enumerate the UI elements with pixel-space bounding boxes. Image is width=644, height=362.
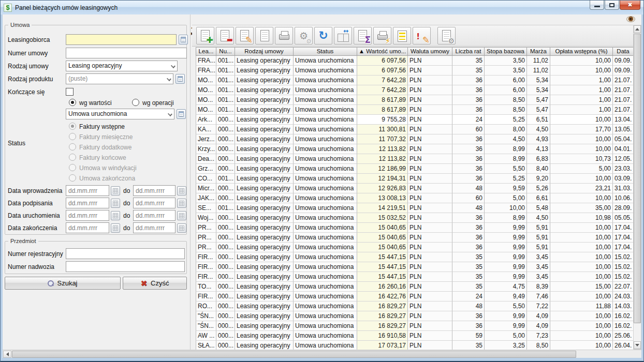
table-row[interactable]: Woj...000...Leasing operacyjnyUmowa uruc… [196, 213, 634, 223]
toolbar-report-settings-button[interactable]: ⚙ [437, 27, 456, 44]
table-row[interactable]: FIR...000...Leasing operacyjnyUmowa uruc… [196, 292, 634, 301]
calendar-icon[interactable] [177, 199, 186, 208]
column-header-10[interactable]: Data [613, 47, 634, 56]
table-row[interactable]: PR...000...Leasing operacyjnyUmowa uruch… [196, 243, 634, 252]
status-option-radio[interactable] [69, 133, 76, 140]
table-row[interactable]: Krzy...000...Leasing operacyjnyUmowa uru… [196, 144, 634, 154]
table-row[interactable]: MO...001...Leasing operacyjnyUmowa uruch… [196, 95, 634, 105]
toolbar-refresh-button[interactable]: ↻ [314, 27, 332, 44]
table-row[interactable]: "ŚN...000...Leasing operacyjnyUmowa uruc… [196, 321, 634, 331]
table-row[interactable]: AW ...000...Leasing operacyjnyUmowa uruc… [196, 331, 634, 341]
column-header-3[interactable]: Status [294, 47, 357, 56]
column-header-9[interactable]: Opłata wstępna (%) [550, 47, 613, 56]
table-row[interactable]: FRA...001...Leasing operacyjnyUmowa uruc… [196, 56, 634, 66]
toolbar-delete-button[interactable]: ▬ [216, 27, 234, 44]
calendar-icon[interactable] [177, 186, 186, 195]
leasingobiorca-input[interactable] [66, 34, 177, 45]
toolbar-edit-button[interactable]: ✎ [236, 27, 254, 44]
leasingobiorca-picker-button[interactable] [179, 35, 188, 44]
calendar-icon[interactable] [111, 186, 120, 195]
toolbar-add-button[interactable]: ✚ [196, 27, 214, 44]
date-to-input[interactable] [133, 185, 175, 196]
numer-nadwozia-input[interactable] [66, 261, 185, 272]
status-option-radio[interactable] [69, 154, 76, 161]
toolbar-preview-button[interactable] [255, 27, 273, 44]
table-row[interactable]: SE...001...Leasing operacyjnyUmowa uruch… [196, 203, 634, 213]
table-row[interactable]: RO...000...Leasing operacyjnyUmowa uruch… [196, 301, 634, 311]
status-option-radio[interactable] [69, 164, 76, 171]
column-header-4[interactable]: ▲ Wartość umo... [357, 47, 408, 56]
eye-icon[interactable] [626, 16, 635, 22]
column-header-8[interactable]: Marża [527, 47, 550, 56]
scroll-left-button[interactable] [3, 351, 11, 358]
column-header-6[interactable]: Liczba rat [452, 47, 485, 56]
table-row[interactable]: JAK...000...Leasing operacyjnyUmowa uruc… [196, 193, 634, 203]
column-header-5[interactable]: Waluta umowy [408, 47, 452, 56]
wg-operacji-radio[interactable] [132, 99, 139, 106]
calendar-icon[interactable] [111, 199, 120, 208]
close-button[interactable]: ✖ [620, 1, 640, 10]
konczace-sie-checkbox[interactable] [66, 88, 74, 96]
date-from-input[interactable] [66, 185, 109, 196]
column-header-2[interactable]: Rodzaj umowy [235, 47, 294, 56]
column-header-7[interactable]: Stopa bazowa [485, 47, 527, 56]
table-row[interactable]: Jerz...000...Leasing operacyjnyUmowa uru… [196, 134, 634, 144]
scroll-down-button[interactable] [634, 341, 641, 349]
calendar-icon[interactable] [111, 223, 120, 233]
table-row[interactable]: Grz...000...Leasing operacyjnyUmowa uruc… [196, 164, 634, 174]
title-bar[interactable]: $ Panel bieżących umów leasingowych ✖ [1, 1, 643, 14]
calendar-icon[interactable] [111, 211, 120, 220]
date-from-input[interactable] [66, 222, 109, 233]
date-from-input[interactable] [66, 210, 109, 221]
czysc-button[interactable]: ✖ Czyść [123, 277, 187, 290]
date-from-input[interactable] [66, 198, 109, 208]
table-row[interactable]: Dea...000...Leasing operacyjnyUmowa uruc… [196, 154, 634, 164]
numer-umowy-input[interactable] [66, 48, 187, 58]
szukaj-button[interactable]: Szukaj [5, 277, 121, 290]
table-row[interactable]: KA...000...Leasing operacyjnyUmowa uruch… [196, 125, 634, 134]
status-option-radio[interactable] [69, 174, 76, 182]
column-header-1[interactable]: Nu... [216, 47, 235, 56]
table-row[interactable]: CO...001...Leasing operacyjnyUmowa uruch… [196, 174, 634, 184]
status-picker-button[interactable] [177, 109, 186, 119]
toolbar-fit-columns-button[interactable]: ↔ [334, 27, 352, 44]
table-row[interactable]: "ŚN...000...Leasing operacyjnyUmowa uruc… [196, 311, 634, 321]
vertical-scrollbar[interactable] [633, 25, 641, 350]
scroll-up-button[interactable] [634, 25, 641, 33]
rodzaj-umowy-select[interactable]: Leasing operacyjny [66, 61, 178, 71]
calendar-icon[interactable] [177, 211, 186, 220]
minimize-button[interactable] [590, 1, 604, 10]
table-row[interactable]: FIR...000...Leasing operacyjnyUmowa uruc… [196, 272, 634, 282]
table-row[interactable]: Micr...000...Leasing operacyjnyUmowa uru… [196, 184, 634, 193]
toolbar-edit-alert-button[interactable]: !✎ [413, 27, 431, 44]
table-row-selected[interactable]: Ark...000...Leasing operacyjnyUmowa uruc… [196, 115, 634, 125]
table-row[interactable]: PR...000...Leasing operacyjnyUmowa uruch… [196, 233, 634, 243]
toolbar-print-button[interactable] [275, 27, 293, 44]
toolbar-quick-print-button[interactable]: ⚡ [373, 27, 391, 44]
table-row[interactable]: TO...000...Leasing operacyjnyUmowa uruch… [196, 282, 634, 292]
date-to-input[interactable] [133, 222, 175, 233]
status-option-radio[interactable] [69, 123, 76, 130]
toolbar-settings-button[interactable]: ⚙⚙ [295, 27, 313, 44]
table-row[interactable]: MO...001...Leasing operacyjnyUmowa uruch… [196, 76, 634, 85]
horizontal-scrollbar[interactable] [3, 350, 641, 358]
table-row[interactable]: PR...000...Leasing operacyjnyUmowa uruch… [196, 223, 634, 233]
wg-wartosci-radio[interactable] [69, 99, 76, 106]
table-row[interactable]: MO...001...Leasing operacyjnyUmowa uruch… [196, 85, 634, 95]
status-option-radio[interactable] [69, 143, 76, 150]
table-row[interactable]: FRA...001...Leasing operacyjnyUmowa uruc… [196, 66, 634, 76]
restore-button[interactable] [605, 1, 619, 10]
date-to-input[interactable] [133, 198, 175, 208]
column-header-0[interactable]: Lea... [196, 47, 216, 56]
vertical-scroll-thumb[interactable] [634, 34, 641, 323]
rodzaj-produktu-picker-button[interactable] [175, 74, 185, 84]
status-select[interactable]: Umowa uruchomiona [66, 109, 174, 119]
table-row[interactable]: MO...001...Leasing operacyjnyUmowa uruch… [196, 105, 634, 115]
toolbar-highlight-list-button[interactable] [393, 27, 411, 44]
date-to-input[interactable] [133, 210, 175, 221]
table-row[interactable]: FIR...000...Leasing operacyjnyUmowa uruc… [196, 262, 634, 272]
toolbar-sum-button[interactable]: Σ [354, 27, 372, 44]
calendar-icon[interactable] [177, 223, 186, 233]
panel-splitter[interactable]: ◀ ▶ [190, 14, 195, 358]
horizontal-scroll-thumb[interactable] [12, 351, 576, 358]
